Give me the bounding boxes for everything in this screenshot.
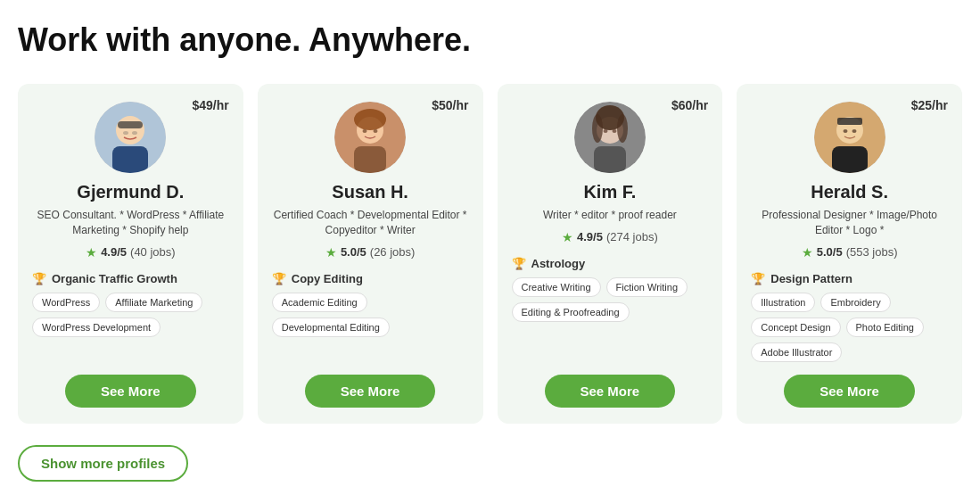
trophy-icon: 🏆 (32, 272, 46, 285)
skill-tag: Fiction Writing (606, 277, 688, 297)
svg-point-12 (374, 129, 378, 133)
card-name: Herald S. (811, 182, 888, 202)
skill-tag: Affiliate Marketing (105, 293, 202, 312)
rating-value: 4.9/5 (577, 230, 603, 243)
svg-rect-2 (112, 146, 148, 173)
card-description: Writer * editor * proof reader (543, 208, 677, 223)
svg-rect-4 (118, 121, 143, 128)
skill-tag: Developmental Editing (272, 318, 390, 337)
star-icon: ★ (562, 230, 573, 244)
trophy-icon: 🏆 (751, 272, 765, 285)
svg-point-11 (363, 129, 367, 133)
rating-jobs: (40 jobs) (130, 245, 176, 259)
svg-point-25 (843, 129, 847, 133)
avatar (574, 102, 646, 173)
see-more-button[interactable]: See More (784, 375, 915, 408)
card-description: Certified Coach * Developmental Editor *… (272, 208, 469, 238)
profile-card-kim: $60/hr Kim F. Writer * editor * proof re… (498, 84, 723, 424)
skills-section: 🏆 Astrology Creative WritingFiction Writ… (512, 257, 709, 362)
svg-rect-23 (837, 118, 862, 125)
svg-point-9 (354, 109, 386, 130)
skills-section: 🏆 Copy Editing Academic EditingDevelopme… (272, 272, 469, 362)
rating-value: 4.9/5 (101, 245, 127, 259)
featured-skill-label: Astrology (531, 257, 586, 270)
skill-tag: Adobe Illustrator (751, 342, 842, 362)
avatar (334, 102, 406, 173)
card-rate: $60/hr (671, 98, 708, 112)
svg-point-6 (132, 131, 137, 135)
card-name: Gjermund D. (77, 182, 184, 202)
skill-tag: WordPress (32, 293, 100, 312)
card-rate: $49/hr (193, 98, 229, 112)
featured-skill: 🏆 Design Pattern (751, 272, 948, 285)
trophy-icon: 🏆 (272, 272, 286, 285)
skills-section: 🏆 Design Pattern IllustrationEmbroideryC… (751, 272, 948, 362)
card-rate: $50/hr (432, 98, 468, 112)
svg-point-5 (123, 131, 128, 135)
skill-tag: Photo Editing (846, 318, 924, 337)
skill-tag: Embroidery (820, 293, 890, 312)
featured-skill: 🏆 Copy Editing (272, 272, 469, 285)
skill-tags: WordPressAffiliate MarketingWordPress De… (32, 293, 229, 337)
svg-point-17 (617, 114, 628, 143)
rating-jobs: (26 jobs) (370, 245, 416, 259)
skill-tags: Creative WritingFiction WritingEditing &… (512, 277, 709, 322)
skill-tags: Academic EditingDevelopmental Editing (272, 293, 469, 337)
rating-value: 5.0/5 (817, 245, 843, 259)
star-icon: ★ (86, 245, 97, 260)
svg-rect-10 (354, 146, 386, 173)
featured-skill-label: Organic Traffic Growth (52, 272, 177, 285)
svg-point-16 (592, 114, 603, 143)
svg-rect-18 (594, 146, 626, 173)
card-rating: ★ 4.9/5 (274 jobs) (562, 230, 658, 244)
avatar (95, 102, 166, 173)
skills-section: 🏆 Organic Traffic Growth WordPressAffili… (32, 272, 229, 362)
featured-skill: 🏆 Astrology (512, 257, 709, 270)
card-description: Professional Designer * Image/Photo Edit… (751, 208, 948, 238)
rating-value: 5.0/5 (341, 245, 366, 259)
skill-tag: Creative Writing (512, 277, 601, 297)
skill-tags: IllustrationEmbroideryConcept DesignPhot… (751, 293, 948, 362)
svg-point-26 (852, 129, 856, 133)
card-rate: $25/hr (911, 98, 948, 112)
show-more-profiles-button[interactable]: Show more profiles (18, 445, 188, 482)
page-title: Work with anyone. Anywhere. (18, 21, 962, 59)
see-more-button[interactable]: See More (305, 375, 436, 408)
featured-skill-label: Copy Editing (292, 272, 363, 285)
avatar (814, 102, 885, 173)
rating-jobs: (274 jobs) (606, 230, 658, 243)
card-description: SEO Consultant. * WordPress * Affiliate … (32, 208, 229, 238)
svg-point-19 (603, 129, 607, 133)
svg-rect-24 (832, 146, 868, 173)
card-rating: ★ 5.0/5 (553 jobs) (802, 245, 898, 260)
profile-card-susan: $50/hr Susan H. Certified Coach * Develo… (258, 84, 483, 424)
skill-tag: Academic Editing (272, 293, 367, 312)
featured-skill: 🏆 Organic Traffic Growth (32, 272, 229, 285)
skill-tag: Illustration (751, 293, 815, 312)
profile-card-herald: $25/hr Herald S. Professional Designer *… (737, 84, 962, 424)
star-icon: ★ (325, 245, 337, 260)
profile-cards: $49/hr Gjermund D. SEO Consultant. * Wor… (18, 84, 962, 424)
card-name: Susan H. (332, 182, 408, 202)
featured-skill-label: Design Pattern (770, 272, 852, 285)
profile-card-gjermund: $49/hr Gjermund D. SEO Consultant. * Wor… (18, 84, 243, 424)
skill-tag: Editing & Proofreading (512, 302, 630, 322)
see-more-button[interactable]: See More (65, 375, 196, 408)
card-rating: ★ 4.9/5 (40 jobs) (86, 245, 176, 260)
svg-point-20 (612, 129, 616, 133)
star-icon: ★ (802, 245, 813, 260)
card-name: Kim F. (583, 182, 636, 202)
rating-jobs: (553 jobs) (846, 245, 898, 259)
see-more-button[interactable]: See More (545, 375, 676, 408)
trophy-icon: 🏆 (512, 257, 526, 270)
skill-tag: WordPress Development (32, 318, 161, 337)
skill-tag: Concept Design (751, 318, 840, 337)
card-rating: ★ 5.0/5 (26 jobs) (325, 245, 416, 260)
